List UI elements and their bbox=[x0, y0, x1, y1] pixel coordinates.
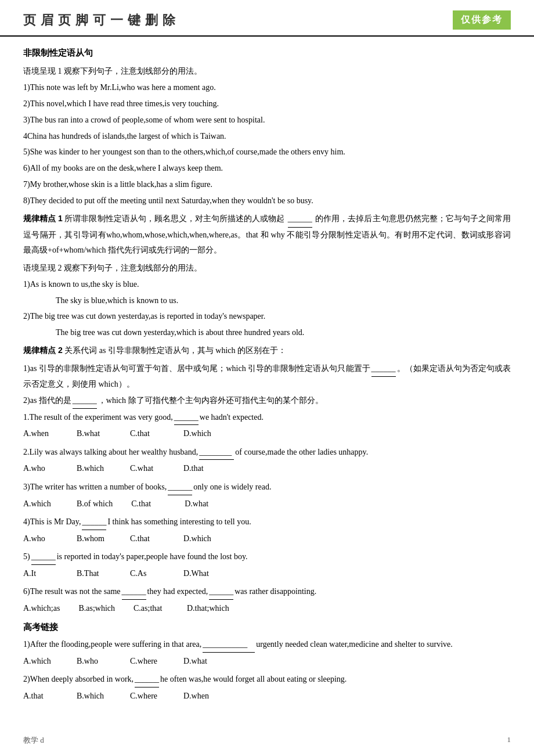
example2-1b: The sky is blue,which is known to us. bbox=[23, 293, 511, 308]
q1-num: 1. bbox=[23, 413, 30, 422]
q5-options: A.It B.That C.As D.What bbox=[23, 566, 511, 581]
rule2-2: 2)as 指代的是______，which 除了可指代整个主句内容外还可指代主句… bbox=[23, 393, 511, 409]
q4-opt-d: D.which bbox=[183, 531, 218, 546]
page: 页眉页脚可一键删除 仅供参考 非限制性定语从句 语境呈现 1 观察下列句子，注意… bbox=[0, 0, 534, 756]
header: 页眉页脚可一键删除 仅供参考 bbox=[0, 0, 534, 37]
content: 非限制性定语从句 语境呈现 1 观察下列句子，注意划线部分的用法。 1)This… bbox=[0, 37, 534, 730]
gk-question-2: 2)When deeply absorbed in work,______he … bbox=[23, 672, 511, 687]
rule2-1-text: 1)as 引导的非限制性定语从句可置于句首、居中或句尾；which 引导的非限制… bbox=[23, 364, 370, 373]
q4-opt-a: A.who bbox=[23, 531, 58, 546]
question-2: 2.Lily was always talking about her weal… bbox=[23, 445, 511, 460]
example1-1: 1)This note was left by Mr.Li,who was he… bbox=[23, 80, 511, 95]
q6-options: A.which;as B.as;which C.as;that D.that;w… bbox=[23, 601, 511, 615]
header-title: 页眉页脚可一键删除 bbox=[23, 12, 180, 29]
rule2-2-text2: ，which 除了可指代整个主句内容外还可指代主句的某个部分。 bbox=[98, 396, 323, 405]
gkq2-opt-c: C.where bbox=[130, 689, 165, 703]
q4-options: A.who B.whom C.that D.which bbox=[23, 531, 511, 546]
q6-opt-c: C.as;that bbox=[134, 601, 168, 615]
rule2-2-blank: ______ bbox=[73, 393, 97, 409]
rule1-text1: 所谓非限制性定语从句，顾名思义，对主句所描述的人或物起 bbox=[64, 214, 284, 223]
example1-4: 4China has hundreds of islands,the large… bbox=[23, 129, 511, 144]
gkq2-opt-d: D.when bbox=[183, 689, 218, 703]
q6-opt-a: A.which;as bbox=[23, 601, 60, 615]
example1-5: 5)She was kinder to her youngest son tha… bbox=[23, 145, 511, 160]
gkq2-opt-b: B.which bbox=[77, 689, 111, 703]
question-6: 6)The result was not the same______they … bbox=[23, 584, 511, 600]
gk-question-1: 1)After the flooding,people were sufferi… bbox=[23, 637, 511, 653]
q2-opt-c: C.what bbox=[130, 461, 165, 476]
gkq2-options: A.that B.which C.where D.when bbox=[23, 689, 511, 703]
gkq1-opt-c: C.where bbox=[130, 654, 165, 668]
q3-opt-d: D.what bbox=[185, 496, 219, 511]
rule1-block: 规律精点 1 所谓非限制性定语从句，顾名思义，对主句所描述的人或物起 _____… bbox=[23, 211, 511, 258]
gkq2-blank: ______ bbox=[135, 672, 159, 687]
q5-opt-b: B.That bbox=[77, 566, 111, 581]
q5-opt-c: C.As bbox=[130, 566, 165, 581]
intro1: 语境呈现 1 观察下列句子，注意划线部分的用法。 bbox=[23, 64, 511, 79]
q6-opt-d: D.that;which bbox=[187, 601, 229, 615]
q3-opt-a: A.which bbox=[23, 496, 58, 511]
q5-blank: ______ bbox=[31, 549, 56, 565]
q5-opt-d: D.What bbox=[183, 566, 218, 581]
q4-opt-c: C.that bbox=[130, 531, 165, 546]
question-5: 5)______is reported in today's paper,peo… bbox=[23, 549, 511, 565]
question-4: 4)This is Mr Day,______I think has somet… bbox=[23, 514, 511, 530]
q3-opt-c: C.that bbox=[131, 496, 166, 511]
q1-opt-c: C.that bbox=[130, 426, 165, 441]
gkq1-options: A.which B.who C.where D.what bbox=[23, 654, 511, 668]
rule2-1-blank: ______ bbox=[371, 361, 396, 377]
rule2-label: 规律精点 2 bbox=[23, 345, 63, 355]
q2-blank: ________ bbox=[199, 445, 234, 460]
gkq1-blank: ___________ bbox=[203, 637, 255, 653]
section-title: 非限制性定语从句 bbox=[23, 45, 511, 60]
header-badge: 仅供参考 bbox=[453, 10, 511, 30]
q3-opt-b: B.of which bbox=[77, 496, 113, 511]
intro2: 语境呈现 2 观察下列句子，注意划线部分的用法。 bbox=[23, 261, 511, 276]
q2-opt-b: B.which bbox=[77, 461, 111, 476]
q1-options: A.when B.what C.that D.which bbox=[23, 426, 511, 441]
example2-2a: 2)The big tree was cut down yesterday,as… bbox=[23, 309, 511, 324]
q1-blank: ______ bbox=[174, 410, 199, 426]
example1-2: 2)This novel,which I have read three tim… bbox=[23, 96, 511, 111]
q6-opt-b: B.as;which bbox=[78, 601, 115, 615]
gaokao-title: 高考链接 bbox=[23, 619, 511, 635]
q2-options: A.who B.which C.what D.that bbox=[23, 461, 511, 476]
q1-opt-d: D.which bbox=[183, 426, 218, 441]
q2-opt-a: A.who bbox=[23, 461, 58, 476]
footer-left: 教学 d bbox=[23, 735, 44, 746]
gkq2-opt-a: A.that bbox=[23, 689, 58, 703]
gkq1-opt-b: B.who bbox=[77, 654, 111, 668]
footer-right: 1 bbox=[507, 735, 511, 746]
q6-blank1: ______ bbox=[122, 584, 146, 600]
q3-options: A.which B.of which C.that D.what bbox=[23, 496, 511, 511]
question-1: 1.The result of the experiment was very … bbox=[23, 410, 511, 426]
rule1-label: 规律精点 1 bbox=[23, 214, 63, 223]
example1-6: 6)All of my books are on the desk,where … bbox=[23, 161, 511, 176]
rule2-1: 1)as 引导的非限制性定语从句可置于句首、居中或句尾；which 引导的非限制… bbox=[23, 361, 511, 392]
q2-opt-d: D.that bbox=[183, 461, 218, 476]
rule1-blank: ______ bbox=[288, 211, 312, 228]
question-3: 3)The writer has written a number of boo… bbox=[23, 480, 511, 495]
rule2-2-text: 2)as 指代的是 bbox=[23, 396, 71, 405]
rule2-block: 规律精点 2 关系代词 as 引导非限制性定语从句，其与 which 的区别在于… bbox=[23, 343, 511, 359]
gkq1-opt-d: D.what bbox=[183, 654, 218, 668]
q5-opt-a: A.It bbox=[23, 566, 58, 581]
rule2-text: 关系代词 as 引导非限制性定语从句，其与 which 的区别在于： bbox=[64, 346, 286, 355]
gkq1-opt-a: A.which bbox=[23, 654, 58, 668]
q6-blank2: ______ bbox=[209, 584, 233, 600]
q4-opt-b: B.whom bbox=[77, 531, 111, 546]
q3-blank: ______ bbox=[168, 480, 192, 495]
example1-7: 7)My brother,whose skin is a little blac… bbox=[23, 177, 511, 192]
q4-blank: ______ bbox=[82, 514, 106, 530]
q1-opt-a: A.when bbox=[23, 426, 58, 441]
example1-8: 8)They decided to put off the meeting un… bbox=[23, 193, 511, 208]
example1-3: 3)The bus ran into a crowd of people,som… bbox=[23, 113, 511, 128]
example2-2b: The big tree was cut down yesterday,whic… bbox=[23, 325, 511, 340]
footer: 教学 d 1 bbox=[23, 735, 511, 746]
q1-opt-b: B.what bbox=[77, 426, 111, 441]
example2-1a: 1)As is known to us,the sky is blue. bbox=[23, 277, 511, 292]
